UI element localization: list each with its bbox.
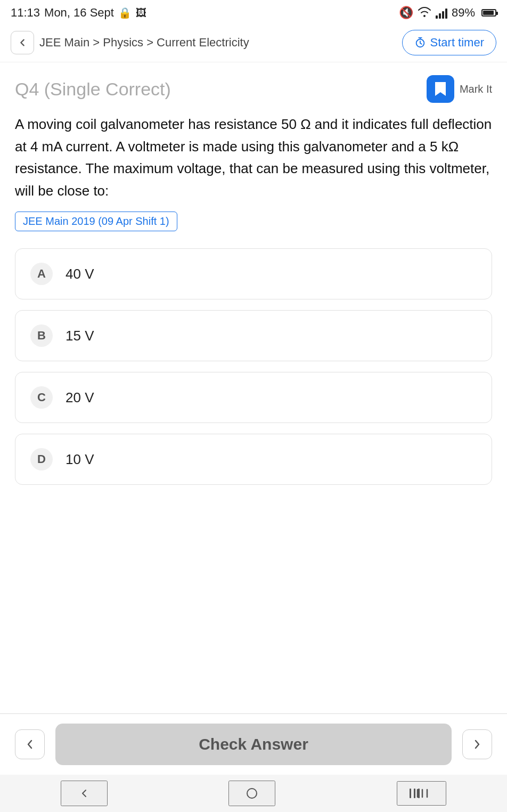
option-c-text: 20 V <box>66 389 94 406</box>
mute-icon: 🔇 <box>399 6 413 20</box>
main-content: Q4 (Single Correct) Mark It A moving coi… <box>0 62 507 517</box>
android-nav-bar <box>0 775 507 812</box>
question-title: Q4 (Single Correct) <box>15 79 171 100</box>
photo-icon: 🖼 <box>136 7 146 19</box>
option-a-badge: A <box>30 263 53 285</box>
nav-bar: JEE Main > Physics > Current Electricity… <box>0 23 507 62</box>
wifi-icon <box>418 5 431 20</box>
option-b-text: 15 V <box>66 328 94 344</box>
option-d[interactable]: D 10 V <box>15 434 492 485</box>
prev-question-button[interactable] <box>15 729 45 759</box>
option-b-badge: B <box>30 324 53 347</box>
mark-it-label: Mark It <box>460 83 492 95</box>
android-back-button[interactable] <box>61 781 108 806</box>
svg-point-1 <box>247 789 257 798</box>
android-recents-button[interactable] <box>397 781 446 806</box>
breadcrumb: JEE Main > Physics > Current Electricity <box>39 36 249 50</box>
next-question-button[interactable] <box>462 729 492 759</box>
signal-icon <box>436 7 447 19</box>
option-a-text: 40 V <box>66 266 94 282</box>
battery-text: 89% <box>452 6 475 20</box>
options-container: A 40 V B 15 V C 20 V D 10 V <box>15 248 492 485</box>
option-a[interactable]: A 40 V <box>15 248 492 299</box>
time-display: 11:13 <box>11 6 40 20</box>
start-timer-label: Start timer <box>430 36 484 50</box>
question-text: A moving coil galvanometer has resistanc… <box>15 113 492 202</box>
bookmark-button[interactable] <box>427 75 454 103</box>
lock-icon: 🔒 <box>118 6 132 19</box>
back-button[interactable] <box>11 31 34 54</box>
android-home-button[interactable] <box>228 781 275 806</box>
option-c[interactable]: C 20 V <box>15 372 492 423</box>
option-d-badge: D <box>30 448 53 470</box>
question-tag: JEE Main 2019 (09 Apr Shift 1) <box>15 212 177 231</box>
option-c-badge: C <box>30 386 53 409</box>
timer-icon <box>414 37 426 48</box>
status-bar: 11:13 Mon, 16 Sept 🔒 🖼 🔇 89% <box>0 0 507 23</box>
question-header: Q4 (Single Correct) Mark It <box>15 75 492 103</box>
mark-it-container: Mark It <box>427 75 492 103</box>
status-time: 11:13 Mon, 16 Sept 🔒 🖼 <box>11 6 146 20</box>
status-indicators: 🔇 89% <box>399 5 496 20</box>
check-answer-button[interactable]: Check Answer <box>55 724 452 765</box>
option-d-text: 10 V <box>66 451 94 468</box>
nav-left: JEE Main > Physics > Current Electricity <box>11 31 249 54</box>
battery-icon <box>481 9 496 17</box>
bottom-bar: Check Answer <box>0 713 507 775</box>
start-timer-button[interactable]: Start timer <box>402 30 496 55</box>
option-b[interactable]: B 15 V <box>15 310 492 361</box>
date-display: Mon, 16 Sept <box>44 6 114 20</box>
